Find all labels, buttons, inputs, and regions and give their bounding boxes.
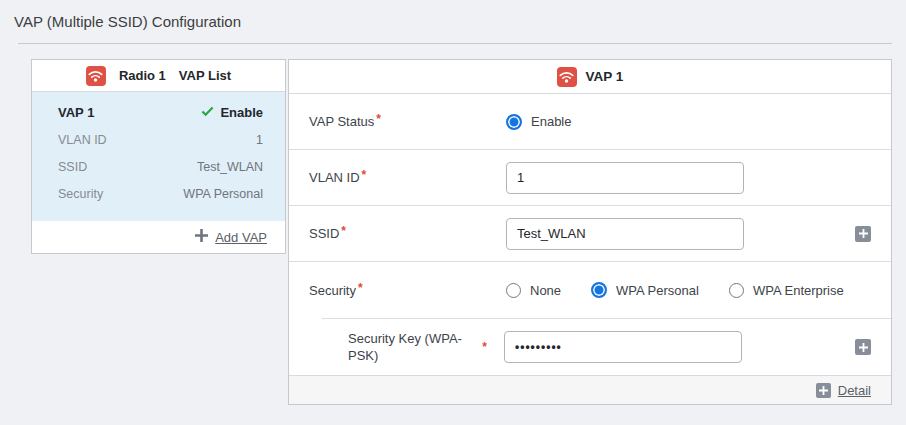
vap-list-label: VAP List bbox=[179, 68, 231, 83]
check-icon bbox=[201, 105, 214, 120]
vap-status-row: VAP Status* Enable bbox=[289, 94, 891, 150]
radio-none-label: None bbox=[530, 283, 561, 298]
plus-icon bbox=[859, 340, 868, 355]
radio-selected-icon bbox=[506, 114, 522, 130]
page: VAP (Multiple SSID) Configuration Radio … bbox=[0, 0, 906, 405]
vap-name: VAP 1 bbox=[58, 105, 94, 120]
radio-wpa-personal[interactable]: WPA Personal bbox=[591, 282, 699, 298]
detail-expand-button[interactable] bbox=[816, 383, 831, 398]
vlan-id-input[interactable] bbox=[506, 162, 744, 194]
vap-security-row: Security WPA Personal bbox=[58, 181, 263, 208]
ssid-field-label: SSID* bbox=[309, 226, 506, 241]
vap-list-panel: Radio 1 VAP List VAP 1 Enable VLAN ID 1 bbox=[31, 59, 286, 254]
detail-link[interactable]: Detail bbox=[838, 383, 871, 398]
ssid-input[interactable] bbox=[506, 218, 744, 250]
security-radio-group: None WPA Personal WPA Enterprise bbox=[506, 282, 844, 298]
required-asterisk: * bbox=[466, 340, 487, 354]
vap-detail-panel: VAP 1 VAP Status* Enable VLAN ID* SSID* bbox=[288, 59, 892, 405]
vap-status-field-label: VAP Status* bbox=[309, 114, 506, 129]
radio-none[interactable]: None bbox=[506, 283, 561, 298]
vap-list-footer: Add VAP bbox=[32, 221, 285, 253]
radio-selected-icon bbox=[591, 282, 607, 298]
vap-status-badge: Enable bbox=[201, 105, 263, 120]
radio-label: Radio 1 bbox=[119, 68, 166, 83]
add-vap-label: Add VAP bbox=[215, 230, 267, 245]
radio-unselected-icon bbox=[506, 283, 521, 298]
vap-vlan-row: VLAN ID 1 bbox=[58, 127, 263, 154]
vap-detail-header: VAP 1 bbox=[289, 60, 891, 94]
radio-enable-label: Enable bbox=[531, 114, 571, 129]
vap-detail-title: VAP 1 bbox=[586, 69, 624, 84]
wifi-icon bbox=[557, 67, 577, 87]
vap-card-header: VAP 1 Enable bbox=[58, 105, 263, 120]
vap-detail-footer: Detail bbox=[289, 375, 891, 404]
security-key-row: Security Key (WPA-PSK) * bbox=[322, 318, 891, 375]
add-vap-button[interactable]: Add VAP bbox=[195, 229, 267, 245]
ssid-add-button[interactable] bbox=[855, 226, 871, 242]
ssid-value: Test_WLAN bbox=[197, 154, 263, 181]
vlan-id-field-label: VLAN ID* bbox=[309, 170, 506, 185]
security-key-field-label: Security Key (WPA-PSK) bbox=[348, 330, 466, 364]
vlan-id-value: 1 bbox=[256, 127, 263, 154]
radio-wpa-enterprise[interactable]: WPA Enterprise bbox=[729, 283, 844, 298]
vlan-id-row: VLAN ID* bbox=[289, 150, 891, 206]
plus-icon bbox=[195, 229, 208, 245]
vap-list-item[interactable]: VAP 1 Enable VLAN ID 1 SSID Test_WLAN bbox=[32, 92, 285, 221]
vlan-id-label: VLAN ID bbox=[58, 127, 107, 154]
wifi-icon bbox=[86, 66, 106, 86]
ssid-row: SSID* bbox=[289, 206, 891, 262]
radio-wpa-personal-label: WPA Personal bbox=[616, 283, 699, 298]
required-asterisk: * bbox=[376, 112, 381, 126]
plus-icon bbox=[859, 226, 868, 241]
required-asterisk: * bbox=[341, 224, 346, 238]
content: Radio 1 VAP List VAP 1 Enable VLAN ID 1 bbox=[31, 59, 892, 405]
security-value: WPA Personal bbox=[183, 181, 263, 208]
radio-wpa-enterprise-label: WPA Enterprise bbox=[753, 283, 844, 298]
page-title: VAP (Multiple SSID) Configuration bbox=[0, 0, 906, 30]
required-asterisk: * bbox=[358, 281, 363, 295]
vap-ssid-row: SSID Test_WLAN bbox=[58, 154, 263, 181]
required-asterisk: * bbox=[362, 168, 367, 182]
security-key-input[interactable] bbox=[504, 331, 742, 363]
vap-status-text: Enable bbox=[220, 105, 263, 120]
plus-icon bbox=[819, 383, 828, 398]
radio-unselected-icon bbox=[729, 283, 744, 298]
title-divider bbox=[18, 43, 892, 44]
security-row: Security* None WPA Personal WPA Enterpri… bbox=[289, 262, 891, 318]
vap-list-header: Radio 1 VAP List bbox=[32, 60, 285, 92]
security-field-label: Security* bbox=[309, 283, 506, 298]
security-key-add-button[interactable] bbox=[855, 339, 871, 355]
security-label: Security bbox=[58, 181, 103, 208]
radio-enable[interactable]: Enable bbox=[506, 114, 571, 130]
ssid-label: SSID bbox=[58, 154, 87, 181]
